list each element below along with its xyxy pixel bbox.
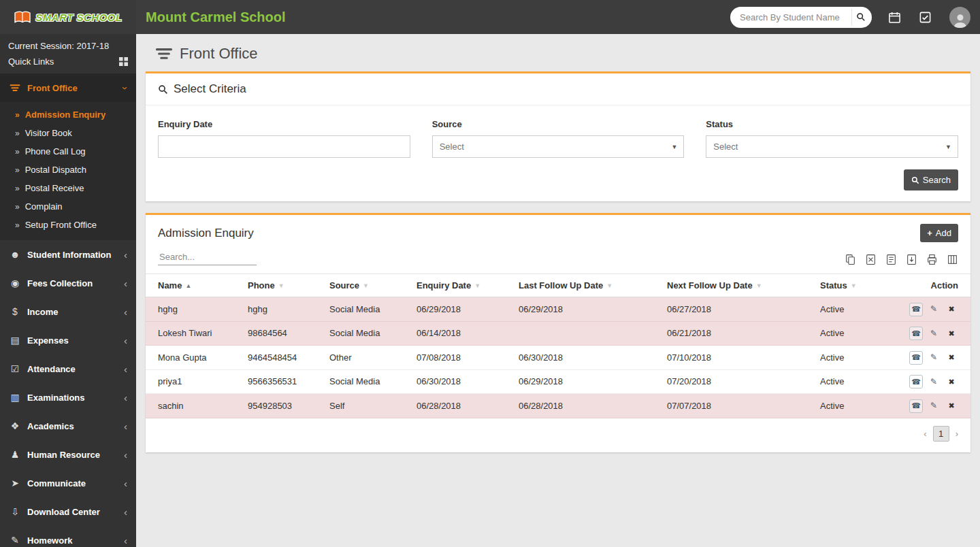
prev-page-button[interactable]: ‹ <box>924 429 926 439</box>
sidebar-subitem-complain[interactable]: »Complain <box>0 197 136 216</box>
sidebar-item-label: Student Information <box>27 250 112 260</box>
sidebar-subitem-postal-receive[interactable]: »Postal Receive <box>0 179 136 197</box>
smart-school-logo[interactable]: SMART SCHOOL <box>0 0 136 34</box>
cell-phone: 9566356531 <box>241 369 323 394</box>
calendar-icon[interactable] <box>888 11 901 24</box>
students-icon: ☻ <box>9 249 21 260</box>
download-icon: ⇩ <box>9 506 21 517</box>
sidebar-subitem-postal-dispatch[interactable]: »Postal Dispatch <box>0 161 136 179</box>
income-icon: $ <box>9 306 21 317</box>
sidebar-item-examinations[interactable]: ▥Examinations‹ <box>0 383 136 412</box>
chevron-left-icon: ‹ <box>124 478 127 489</box>
table-search-input[interactable] <box>158 249 257 265</box>
call-button[interactable]: ☎ <box>909 375 923 388</box>
sidebar-subitem-admission-enquiry[interactable]: »Admission Enquiry <box>0 105 136 124</box>
logo-text: SMART SCHOOL <box>35 12 122 23</box>
cell-source: Social Media <box>323 369 410 394</box>
select-criteria-card: Select Criteria Enquiry Date Source Sele… <box>146 71 970 201</box>
sidebar-nav: Front Office › »Admission Enquiry»Visito… <box>0 73 136 547</box>
sidebar-item-expenses[interactable]: ▤Expenses‹ <box>0 326 136 354</box>
enquiry-date-field: Enquiry Date <box>158 119 410 158</box>
sort-icon: ▼ <box>363 282 369 289</box>
cell-phone: 954928503 <box>241 394 323 418</box>
delete-button[interactable]: ✖ <box>945 327 958 340</box>
delete-button[interactable]: ✖ <box>945 399 958 413</box>
sidebar-item-human-resource[interactable]: ♟Human Resource‹ <box>0 440 136 469</box>
search-icon[interactable] <box>851 9 870 26</box>
sidebar-item-download-center[interactable]: ⇩Download Center‹ <box>0 497 136 526</box>
source-select-value: Select <box>440 142 464 152</box>
source-select[interactable]: Select ▼ <box>432 135 685 158</box>
delete-button[interactable]: ✖ <box>945 375 958 388</box>
column-header-action[interactable]: Action <box>876 274 970 297</box>
csv-icon[interactable] <box>885 254 897 265</box>
delete-button[interactable]: ✖ <box>945 351 958 365</box>
column-label: Phone <box>248 280 275 291</box>
user-avatar[interactable] <box>949 7 970 28</box>
status-field: Status Select ▼ <box>706 119 958 158</box>
search-icon <box>911 176 919 184</box>
student-search-input[interactable] <box>730 7 872 28</box>
cell-action: ☎✎✖ <box>876 369 970 394</box>
delete-button[interactable]: ✖ <box>945 303 958 316</box>
sidebar-item-student-information[interactable]: ☻Student Information‹ <box>0 240 136 269</box>
call-button[interactable]: ☎ <box>909 399 923 413</box>
add-button[interactable]: +Add <box>920 224 958 242</box>
cell-enquiry_date: 06/30/2018 <box>410 369 512 394</box>
sidebar-subitem-label: Postal Receive <box>25 183 84 193</box>
sidebar-subitem-visitor-book[interactable]: »Visitor Book <box>0 124 136 142</box>
columns-icon[interactable] <box>947 254 958 265</box>
column-label: Last Follow Up Date <box>519 280 603 291</box>
x-icon: ✖ <box>948 305 954 314</box>
sidebar-item-label: Communicate <box>27 478 86 488</box>
next-page-button[interactable]: › <box>956 429 958 439</box>
sidebar-item-front-office[interactable]: Front Office › <box>0 73 136 102</box>
pdf-icon[interactable] <box>906 254 917 265</box>
print-icon[interactable] <box>926 254 938 265</box>
column-header-phone[interactable]: Phone▼ <box>241 274 323 297</box>
column-header-next-follow-up-date[interactable]: Next Follow Up Date▼ <box>660 274 813 297</box>
edit-button[interactable]: ✎ <box>927 375 941 388</box>
call-button[interactable]: ☎ <box>909 303 923 316</box>
sidebar-item-label: Attendance <box>27 364 76 374</box>
enquiry-date-input[interactable] <box>158 135 410 158</box>
column-header-source[interactable]: Source▼ <box>323 274 410 297</box>
edit-button[interactable]: ✎ <box>927 399 941 412</box>
column-header-enquiry-date[interactable]: Enquiry Date▼ <box>410 274 512 297</box>
tasks-icon[interactable] <box>919 11 932 24</box>
column-header-status[interactable]: Status▼ <box>813 274 876 297</box>
sidebar-item-attendance[interactable]: ☑Attendance‹ <box>0 354 136 383</box>
status-select[interactable]: Select ▼ <box>706 135 958 158</box>
admission-enquiry-card: Admission Enquiry +Add Name▲Phone▼Source… <box>146 213 970 452</box>
edit-button[interactable]: ✎ <box>927 350 941 364</box>
sidebar-item-communicate[interactable]: ➤Communicate‹ <box>0 469 136 497</box>
excel-icon[interactable] <box>865 254 877 265</box>
copy-icon[interactable] <box>845 254 856 265</box>
cell-next_follow_up_date: 06/27/2018 <box>660 297 813 322</box>
page-1-button[interactable]: 1 <box>933 426 949 442</box>
sort-asc-icon: ▲ <box>185 282 191 289</box>
sidebar-subitem-setup-front-office[interactable]: »Setup Front Office <box>0 216 136 234</box>
edit-button[interactable]: ✎ <box>927 302 941 316</box>
cell-source: Self <box>323 394 410 418</box>
column-header-last-follow-up-date[interactable]: Last Follow Up Date▼ <box>512 274 660 297</box>
column-header-name[interactable]: Name▲ <box>146 274 241 297</box>
search-button[interactable]: Search <box>904 169 958 190</box>
grid-icon[interactable] <box>119 57 128 66</box>
call-button[interactable]: ☎ <box>909 327 923 340</box>
sidebar-item-homework[interactable]: ✎Homework‹ <box>0 526 136 547</box>
sidebar-item-label: Homework <box>27 535 72 546</box>
sidebar-subitem-label: Admission Enquiry <box>25 110 105 120</box>
edit-button[interactable]: ✎ <box>927 327 941 340</box>
sidebar-subitem-phone-call-log[interactable]: »Phone Call Log <box>0 142 136 161</box>
cell-name: priya1 <box>146 369 241 394</box>
cell-source: Other <box>323 346 410 370</box>
sidebar-item-academics[interactable]: ❖Academics‹ <box>0 412 136 440</box>
sidebar-item-income[interactable]: $Income‹ <box>0 297 136 326</box>
cell-action: ☎✎✖ <box>876 297 970 322</box>
cell-last_follow_up_date: 06/30/2018 <box>512 346 660 370</box>
sidebar-item-fees-collection[interactable]: ◉Fees Collection‹ <box>0 269 136 297</box>
enquiry-date-label: Enquiry Date <box>158 119 410 129</box>
call-button[interactable]: ☎ <box>909 351 923 365</box>
cell-source: Social Media <box>323 297 410 322</box>
